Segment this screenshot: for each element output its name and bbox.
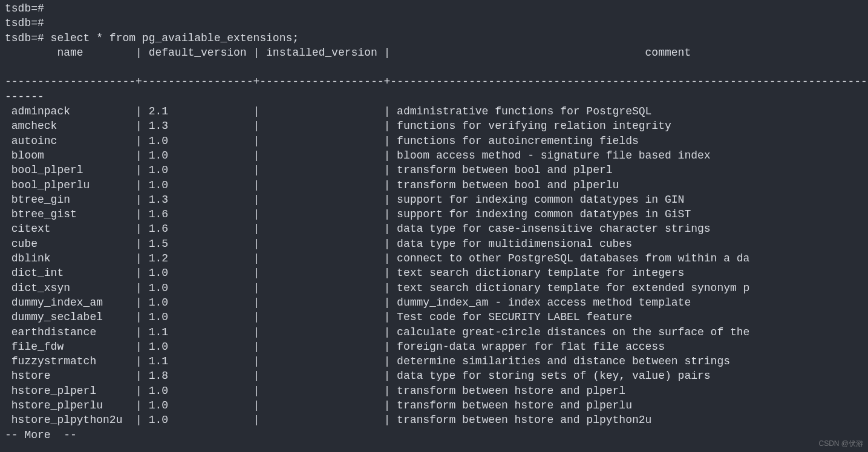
watermark-text: CSDN @伏游	[818, 439, 863, 448]
terminal-output: tsdb=# tsdb=# tsdb=# select * from pg_av…	[5, 1, 863, 442]
